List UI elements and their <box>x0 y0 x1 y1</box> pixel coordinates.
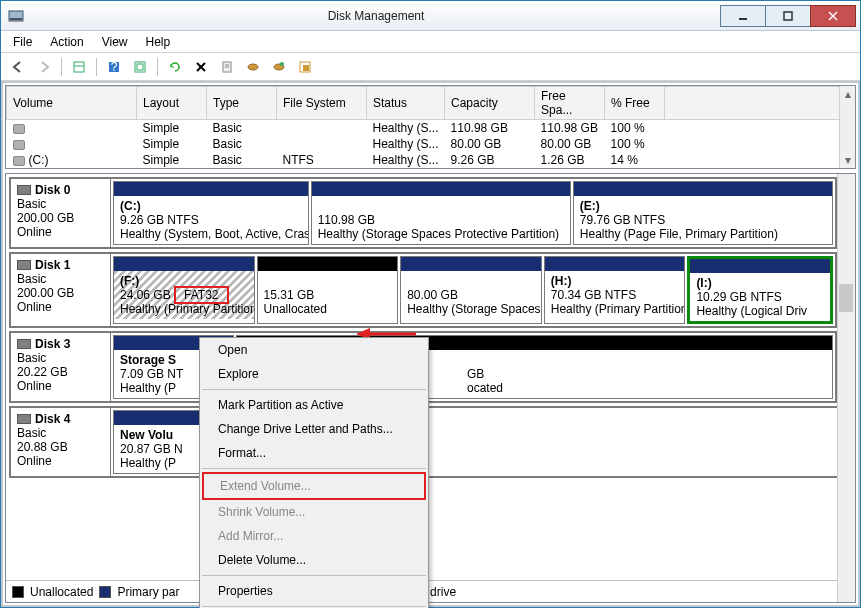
partition[interactable]: (C:)9.26 GB NTFSHealthy (System, Boot, A… <box>113 181 309 245</box>
partition-body: (E:)79.76 GB NTFSHealthy (Page File, Pri… <box>574 196 832 244</box>
drive-icon <box>13 140 25 150</box>
close-button[interactable] <box>810 5 856 27</box>
partition[interactable]: (I:)10.29 GB NTFSHealthy (Logical Driv <box>687 256 833 324</box>
action1-button[interactable] <box>242 56 264 78</box>
partition-header-bar <box>690 259 830 273</box>
content-area: Volume Layout Type File System Status Ca… <box>1 81 860 607</box>
partition-body: (H:)70.34 GB NTFSHealthy (Primary Partit… <box>545 271 685 319</box>
drive-icon <box>13 156 25 166</box>
partition-header-bar <box>114 257 254 271</box>
ctx-add-mirror: Add Mirror... <box>200 524 428 548</box>
menu-help[interactable]: Help <box>138 33 179 51</box>
forward-button[interactable] <box>33 56 55 78</box>
disk-icon <box>17 339 31 349</box>
partition-header-bar <box>312 182 570 196</box>
back-button[interactable] <box>7 56 29 78</box>
ctx-open[interactable]: Open <box>200 338 428 362</box>
col-volume[interactable]: Volume <box>7 87 137 120</box>
svg-rect-1 <box>10 18 22 20</box>
menu-file[interactable]: File <box>5 33 40 51</box>
volume-row[interactable]: SimpleBasicHealthy (S... 110.98 GB110.98… <box>7 120 855 137</box>
toolbar: ? <box>1 53 860 81</box>
ctx-sep <box>202 575 426 576</box>
ctx-sep <box>202 468 426 469</box>
volume-row[interactable]: (C:) SimpleBasicNTFSHealthy (S... 9.26 G… <box>7 152 855 168</box>
svg-text:?: ? <box>111 60 118 74</box>
menubar: File Action View Help <box>1 31 860 53</box>
ctx-mark-active[interactable]: Mark Partition as Active <box>200 393 428 417</box>
partition-body: 110.98 GBHealthy (Storage Spaces Protect… <box>312 196 570 244</box>
partition-body: 80.00 GBHealthy (Storage Spaces Pr <box>401 271 541 319</box>
col-fs[interactable]: File System <box>277 87 367 120</box>
ctx-change-letter[interactable]: Change Drive Letter and Paths... <box>200 417 428 441</box>
col-layout[interactable]: Layout <box>137 87 207 120</box>
partition[interactable]: 80.00 GBHealthy (Storage Spaces Pr <box>400 256 542 324</box>
disk-row: Disk 1 Basic200.00 GBOnline(F:)24.06 GB … <box>9 252 837 328</box>
partition[interactable]: 110.98 GBHealthy (Storage Spaces Protect… <box>311 181 571 245</box>
separator <box>96 58 97 76</box>
disk-icon <box>17 260 31 270</box>
disk-icon <box>17 414 31 424</box>
col-status[interactable]: Status <box>367 87 445 120</box>
ctx-properties[interactable]: Properties <box>200 579 428 603</box>
window-title: Disk Management <box>31 9 721 23</box>
ctx-delete-volume[interactable]: Delete Volume... <box>200 548 428 572</box>
ctx-extend-volume: Extend Volume... <box>202 472 426 500</box>
maximize-button[interactable] <box>765 5 811 27</box>
volume-scrollbar[interactable]: ▴ ▾ <box>839 86 855 168</box>
partition-header-bar <box>574 182 832 196</box>
legend-primary-swatch <box>99 586 111 598</box>
partition[interactable]: (E:)79.76 GB NTFSHealthy (Page File, Pri… <box>573 181 833 245</box>
scroll-thumb[interactable] <box>839 284 853 312</box>
delete-button[interactable] <box>190 56 212 78</box>
menu-action[interactable]: Action <box>42 33 91 51</box>
volume-table: Volume Layout Type File System Status Ca… <box>6 86 855 168</box>
ctx-shrink-volume: Shrink Volume... <box>200 500 428 524</box>
col-pctfree[interactable]: % Free <box>605 87 665 120</box>
disk-header[interactable]: Disk 3 Basic20.22 GBOnline <box>11 333 111 401</box>
disk-management-window: Disk Management File Action View Help ? <box>0 0 861 608</box>
svg-rect-21 <box>303 65 309 71</box>
settings-button[interactable] <box>129 56 151 78</box>
partition[interactable]: (F:)24.06 GB FAT32Healthy (Primary Parti… <box>113 256 255 324</box>
legend-unallocated: Unallocated <box>30 585 93 599</box>
svg-point-17 <box>248 64 258 70</box>
disk-header[interactable]: Disk 1 Basic200.00 GBOnline <box>11 254 111 326</box>
action3-button[interactable] <box>294 56 316 78</box>
partition-header-bar <box>545 257 685 271</box>
action2-button[interactable] <box>268 56 290 78</box>
disk-graphical-view: Disk 0 Basic200.00 GBOnline(C:)9.26 GB N… <box>5 173 856 603</box>
legend-primary: Primary par <box>117 585 179 599</box>
properties-button[interactable] <box>216 56 238 78</box>
partition-body: 15.31 GBUnallocated <box>258 271 398 319</box>
disk-scrollbar[interactable] <box>837 174 855 602</box>
partition-body: (C:)9.26 GB NTFSHealthy (System, Boot, A… <box>114 196 308 244</box>
ctx-sep <box>202 389 426 390</box>
view-button[interactable] <box>68 56 90 78</box>
separator <box>61 58 62 76</box>
refresh-button[interactable] <box>164 56 186 78</box>
col-capacity[interactable]: Capacity <box>445 87 535 120</box>
col-type[interactable]: Type <box>207 87 277 120</box>
partition-header-bar <box>114 182 308 196</box>
scroll-down-icon[interactable]: ▾ <box>840 152 855 168</box>
ctx-format[interactable]: Format... <box>200 441 428 465</box>
help-toolbar-button[interactable]: ? <box>103 56 125 78</box>
context-menu: Open Explore Mark Partition as Active Ch… <box>199 337 429 608</box>
partition-header-bar <box>401 257 541 271</box>
partition[interactable]: 15.31 GBUnallocated <box>257 256 399 324</box>
app-icon <box>1 8 31 24</box>
partition[interactable]: (H:)70.34 GB NTFSHealthy (Primary Partit… <box>544 256 686 324</box>
minimize-button[interactable] <box>720 5 766 27</box>
disk-header[interactable]: Disk 0 Basic200.00 GBOnline <box>11 179 111 247</box>
col-free[interactable]: Free Spa... <box>535 87 605 120</box>
disk-partitions: (F:)24.06 GB FAT32Healthy (Primary Parti… <box>111 254 835 326</box>
ctx-explore[interactable]: Explore <box>200 362 428 386</box>
disk-header[interactable]: Disk 4 Basic20.88 GBOnline <box>11 408 111 476</box>
volume-row[interactable]: SimpleBasicHealthy (S... 80.00 GB80.00 G… <box>7 136 855 152</box>
scroll-up-icon[interactable]: ▴ <box>840 86 855 102</box>
ctx-sep <box>202 606 426 607</box>
separator <box>157 58 158 76</box>
menu-view[interactable]: View <box>94 33 136 51</box>
titlebar: Disk Management <box>1 1 860 31</box>
